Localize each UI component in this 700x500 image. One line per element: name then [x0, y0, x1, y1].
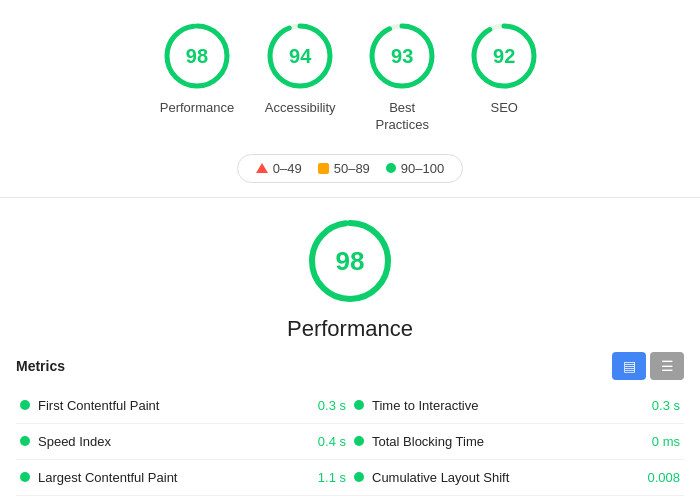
legend-average: 50–89 — [318, 161, 370, 176]
score-item-seo: 92 SEO — [468, 20, 540, 134]
metric-value-tti: 0.3 s — [652, 398, 680, 413]
metric-name-fcp: First Contentful Paint — [38, 398, 304, 413]
metric-dot-tti — [354, 400, 364, 410]
metric-row-fcp: First Contentful Paint 0.3 s — [16, 388, 350, 424]
metric-dot-lcp — [20, 472, 30, 482]
score-label-seo: SEO — [490, 100, 517, 117]
score-value-best-practices: 93 — [391, 45, 413, 68]
metric-value-lcp: 1.1 s — [318, 470, 346, 485]
metric-name-cls: Cumulative Layout Shift — [372, 470, 633, 485]
scores-section: 98 Performance 94 Accessibility 93 BestP… — [0, 0, 700, 144]
perf-title: Performance — [287, 316, 413, 342]
metrics-right-col: Time to Interactive 0.3 s Total Blocking… — [350, 388, 684, 496]
metric-name-si: Speed Index — [38, 434, 304, 449]
score-item-performance: 98 Performance — [160, 20, 234, 134]
dot-green-icon — [386, 163, 396, 173]
legend-average-label: 50–89 — [334, 161, 370, 176]
metric-row-tbt: Total Blocking Time 0 ms — [350, 424, 684, 460]
metric-row-cls: Cumulative Layout Shift 0.008 — [350, 460, 684, 496]
metric-name-lcp: Largest Contentful Paint — [38, 470, 304, 485]
metric-value-tbt: 0 ms — [652, 434, 680, 449]
metric-value-cls: 0.008 — [647, 470, 680, 485]
metrics-grid: First Contentful Paint 0.3 s Speed Index… — [16, 388, 684, 496]
score-circle-performance: 98 — [161, 20, 233, 92]
score-value-seo: 92 — [493, 45, 515, 68]
metrics-header: Metrics ▤ ☰ — [16, 352, 684, 380]
metrics-title: Metrics — [16, 358, 65, 374]
score-circle-seo: 92 — [468, 20, 540, 92]
legend-pill: 0–49 50–89 90–100 — [237, 154, 463, 183]
metric-name-tti: Time to Interactive — [372, 398, 638, 413]
legend-good-label: 90–100 — [401, 161, 444, 176]
score-label-performance: Performance — [160, 100, 234, 117]
metric-dot-si — [20, 436, 30, 446]
metrics-left-col: First Contentful Paint 0.3 s Speed Index… — [16, 388, 350, 496]
triangle-red-icon — [256, 163, 268, 173]
score-label-best-practices: BestPractices — [375, 100, 428, 134]
list-view-icon: ▤ — [623, 358, 636, 374]
metrics-controls: ▤ ☰ — [612, 352, 684, 380]
score-item-best-practices: 93 BestPractices — [366, 20, 438, 134]
score-circle-accessibility: 94 — [264, 20, 336, 92]
metric-dot-cls — [354, 472, 364, 482]
metric-row-lcp: Largest Contentful Paint 1.1 s — [16, 460, 350, 496]
score-value-accessibility: 94 — [289, 45, 311, 68]
expand-view-button[interactable]: ☰ — [650, 352, 684, 380]
score-circle-best-practices: 93 — [366, 20, 438, 92]
metric-value-si: 0.4 s — [318, 434, 346, 449]
score-label-accessibility: Accessibility — [265, 100, 336, 117]
metric-row-tti: Time to Interactive 0.3 s — [350, 388, 684, 424]
expand-view-icon: ☰ — [661, 358, 674, 374]
perf-circle: 98 — [305, 216, 395, 306]
score-item-accessibility: 94 Accessibility — [264, 20, 336, 134]
metric-dot-fcp — [20, 400, 30, 410]
perf-section: 98 Performance — [0, 198, 700, 352]
metric-value-fcp: 0.3 s — [318, 398, 346, 413]
legend-poor: 0–49 — [256, 161, 302, 176]
metric-dot-tbt — [354, 436, 364, 446]
legend-section: 0–49 50–89 90–100 — [0, 154, 700, 183]
perf-score-value: 98 — [336, 245, 365, 276]
metric-row-si: Speed Index 0.4 s — [16, 424, 350, 460]
legend-poor-label: 0–49 — [273, 161, 302, 176]
list-view-button[interactable]: ▤ — [612, 352, 646, 380]
legend-good: 90–100 — [386, 161, 444, 176]
score-value-performance: 98 — [186, 45, 208, 68]
square-orange-icon — [318, 163, 329, 174]
metric-name-tbt: Total Blocking Time — [372, 434, 638, 449]
metrics-section: Metrics ▤ ☰ First Contentful Paint 0.3 s… — [0, 352, 700, 496]
